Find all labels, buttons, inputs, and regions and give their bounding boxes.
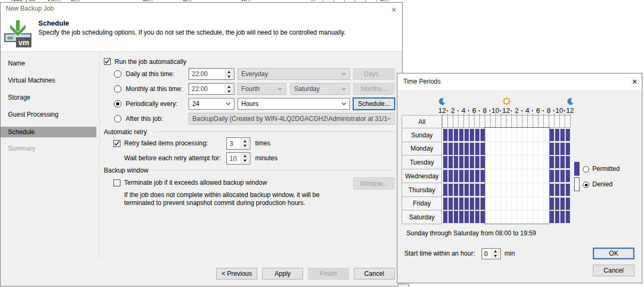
svg-text:vm: vm xyxy=(18,38,29,47)
